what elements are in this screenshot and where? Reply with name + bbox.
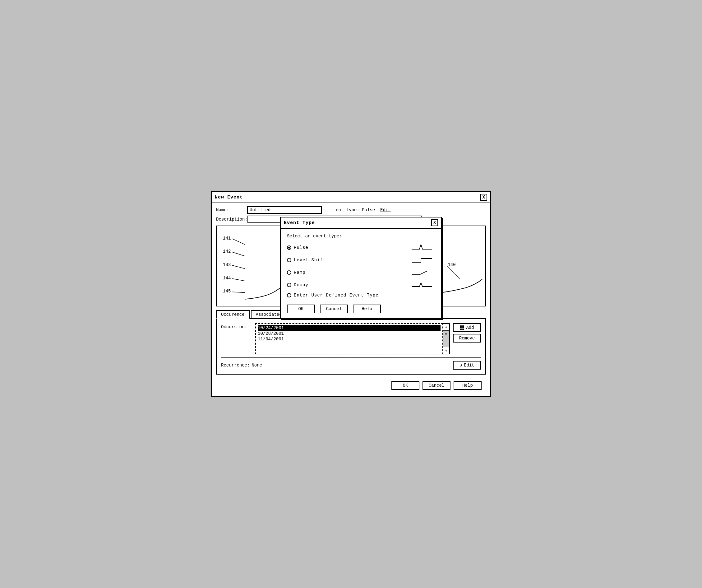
- recurrence-edit-button[interactable]: ↺ Edit: [453, 361, 481, 370]
- svg-text:144: 144: [223, 275, 231, 280]
- dialog-close-button[interactable]: X: [431, 219, 438, 226]
- occurs-list-wrapper: 10/24/2001 10/28/2001 11/04/2001 ∧ ≡: [255, 323, 450, 354]
- date-item-1[interactable]: 10/24/2001: [258, 325, 441, 331]
- dialog-content: Select an event type: Pulse: [281, 229, 441, 318]
- window-titlebar: New Event X: [212, 192, 490, 203]
- list-scrollbar: ∧ ≡ ∨: [443, 323, 450, 354]
- recurrence-row: Recurrence: None ↺ Edit: [221, 361, 481, 370]
- svg-line-3: [232, 252, 245, 256]
- radio-row-level-shift: Level Shift: [287, 256, 435, 265]
- svg-line-13: [447, 266, 460, 279]
- occurs-list: 10/24/2001 10/28/2001 11/04/2001: [255, 323, 443, 354]
- radio-left-decay: Decay: [287, 283, 309, 287]
- window-title: New Event: [215, 195, 243, 200]
- tabs-container: Occurence Associated Series Occurs on: 1…: [216, 310, 486, 375]
- radio-row-ramp: Ramp: [287, 268, 435, 277]
- radio-pulse[interactable]: [287, 246, 291, 250]
- dialog-title: Event Type: [284, 220, 315, 225]
- cancel-button[interactable]: Cancel: [423, 381, 451, 390]
- add-label: Add: [466, 325, 474, 330]
- help-button[interactable]: Help: [454, 381, 482, 390]
- occurs-on-row: Occurs on: 10/24/2001 10/28/2001 11/04/2…: [221, 323, 481, 354]
- event-type-text: ent type: Pulse Edit: [328, 207, 391, 212]
- recurrence-left: Recurrence: None: [221, 363, 262, 368]
- radio-level-shift-label: Level Shift: [294, 258, 326, 263]
- tab-occurence[interactable]: Occurence: [216, 310, 250, 319]
- svg-text:141: 141: [223, 235, 231, 240]
- list-scroll-up[interactable]: ∧: [443, 324, 449, 331]
- occurs-buttons: Add Remove: [453, 323, 481, 342]
- recurrence-value: None: [251, 363, 262, 368]
- ramp-wave-icon: [410, 268, 435, 277]
- svg-line-7: [232, 279, 245, 281]
- bottom-buttons: OK Cancel Help: [216, 378, 486, 393]
- recurrence-edit-label: Edit: [464, 363, 474, 368]
- name-input[interactable]: [247, 206, 322, 214]
- dialog-titlebar: Event Type X: [281, 217, 441, 229]
- svg-line-1: [232, 239, 245, 244]
- radio-row-pulse: Pulse: [287, 243, 435, 252]
- grid-icon: [460, 325, 464, 330]
- radio-decay[interactable]: [287, 283, 291, 287]
- list-scroll-track: ≡: [443, 331, 449, 347]
- radio-row-decay: Decay: [287, 280, 435, 290]
- new-event-window: New Event X Name: ent type: Pulse Edit D…: [211, 191, 491, 397]
- ok-button[interactable]: OK: [391, 381, 420, 390]
- description-label: Description:: [216, 217, 247, 222]
- name-row: Name: ent type: Pulse Edit: [216, 206, 486, 214]
- radio-ramp-label: Ramp: [294, 270, 306, 275]
- radio-left-ramp: Ramp: [287, 270, 306, 275]
- radio-level-shift[interactable]: [287, 258, 291, 262]
- svg-text:140: 140: [448, 262, 455, 267]
- occurs-on-label: Occurs on:: [221, 323, 255, 329]
- radio-left-pulse: Pulse: [287, 245, 309, 250]
- event-type-edit[interactable]: Edit: [380, 207, 391, 212]
- date-item-3[interactable]: 11/04/2001: [258, 336, 441, 342]
- radio-pulse-label: Pulse: [294, 245, 309, 250]
- event-type-dialog-overlay: Event Type X Select an event type: Pulse: [280, 217, 442, 319]
- svg-text:145: 145: [223, 289, 231, 294]
- window-close-button[interactable]: X: [480, 194, 487, 201]
- radio-decay-label: Decay: [294, 283, 309, 287]
- dialog-prompt: Select an event type:: [287, 234, 435, 238]
- radio-row-user-defined: Enter User Defined Event Type: [287, 293, 435, 298]
- level-shift-wave-icon: [410, 256, 435, 265]
- date-item-2[interactable]: 10/28/2001: [258, 331, 441, 336]
- event-type-dialog: Event Type X Select an event type: Pulse: [280, 217, 442, 319]
- radio-group: Pulse Level Shift: [287, 243, 435, 298]
- list-scroll-down[interactable]: ∨: [443, 347, 449, 354]
- dialog-buttons: OK Cancel Help: [287, 303, 435, 313]
- radio-user-defined-label: Enter User Defined Event Type: [294, 293, 379, 298]
- divider: [221, 358, 481, 358]
- recurrence-label: Recurrence:: [221, 363, 250, 368]
- svg-text:142: 142: [223, 249, 231, 254]
- list-scroll-mid: ≡: [445, 332, 447, 337]
- tab-content: Occurs on: 10/24/2001 10/28/2001 11/04/2…: [216, 319, 486, 375]
- radio-user-defined[interactable]: [287, 293, 291, 297]
- remove-label: Remove: [459, 336, 475, 341]
- dialog-ok-button[interactable]: OK: [287, 305, 315, 313]
- name-label: Name:: [216, 207, 247, 212]
- radio-left-user-defined: Enter User Defined Event Type: [287, 293, 379, 298]
- radio-ramp[interactable]: [287, 270, 291, 275]
- dialog-help-button[interactable]: Help: [353, 305, 381, 313]
- svg-text:143: 143: [223, 262, 231, 267]
- add-button[interactable]: Add: [453, 323, 481, 332]
- pulse-wave-icon: [410, 243, 435, 252]
- svg-line-9: [232, 292, 245, 292]
- radio-left-level-shift: Level Shift: [287, 258, 326, 263]
- recurrence-edit-icon: ↺: [460, 363, 462, 368]
- svg-line-5: [232, 265, 245, 269]
- decay-wave-icon: [410, 280, 435, 290]
- dialog-cancel-button[interactable]: Cancel: [320, 305, 348, 313]
- remove-button[interactable]: Remove: [453, 334, 481, 342]
